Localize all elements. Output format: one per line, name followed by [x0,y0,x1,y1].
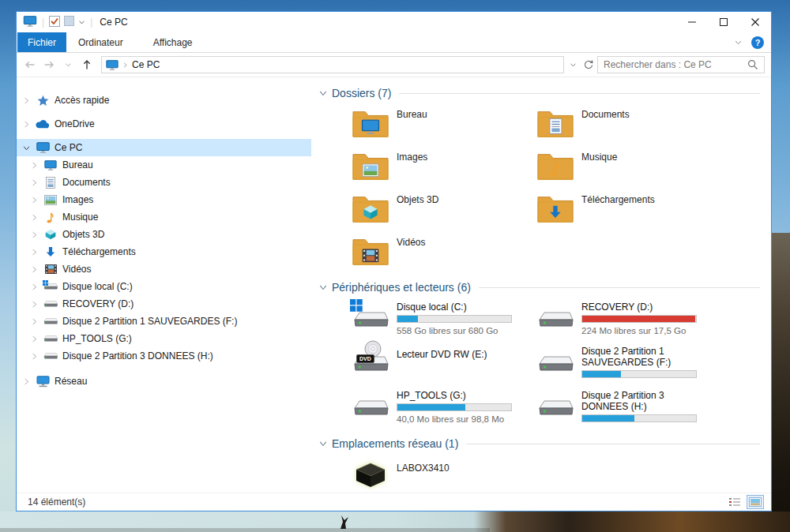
sidebar-item-3d-objects[interactable]: Objets 3D [17,226,311,243]
expand-ribbon-button[interactable] [734,39,743,46]
sidebar-item-label: Ce PC [55,142,82,153]
sidebar-item-drive-g[interactable]: HP_TOOLS (G:) [17,330,311,347]
address-bar[interactable]: Ce PC [101,56,564,73]
folder-tile-documents[interactable]: Documents [537,107,722,150]
hard-drive-icon [537,346,575,390]
folder-tile-images[interactable]: Images [352,150,537,193]
hard-drive-windows-icon [352,302,390,346]
chevron-right-icon[interactable] [31,352,42,361]
refresh-button[interactable] [581,56,596,73]
folder-videos-icon [352,235,389,267]
sidebar-item-label: Bureau [62,159,93,170]
folder-tile-telechargements[interactable]: Téléchargements [537,193,722,235]
sidebar-item-quick-access[interactable]: Accès rapide [17,92,311,109]
chevron-right-icon[interactable] [23,120,34,129]
sidebar-item-drive-f[interactable]: Disque 2 Partition 1 SAUVEGARDES (F:) [17,313,311,330]
sidebar-item-music[interactable]: Musique [17,208,311,226]
chevron-down-icon[interactable] [318,283,328,291]
window-title: Ce PC [100,17,127,28]
details-view-button[interactable] [727,496,743,508]
drive-tile-dvd[interactable]: DVD Lecteur DVD RW (E:) [352,346,537,390]
tab-computer[interactable]: Ordinateur [68,32,134,52]
maximize-button[interactable] [708,12,739,32]
chevron-right-icon[interactable] [23,377,34,386]
sidebar-item-videos[interactable]: Vidéos [17,260,311,278]
up-button[interactable] [78,56,96,73]
section-header-network[interactable]: Emplacements réseau (1) [318,436,763,451]
folder-tile-objets-3d[interactable]: Objets 3D [352,193,537,235]
sidebar-item-drive-h[interactable]: Disque 2 Partition 3 DONNEES (H:) [17,347,311,365]
drive-tile-g[interactable]: HP_TOOLS (G:) 40,0 Mo libres sur 98,8 Mo [352,390,537,434]
capacity-bar [397,315,512,323]
network-location-tile[interactable]: LABOX3410 [352,458,537,493]
sidebar-item-desktop[interactable]: Bureau [17,156,311,174]
drive-tile-f[interactable]: Disque 2 Partition 1 SAUVEGARDES (F:) [537,346,722,390]
sidebar-item-label: Réseau [55,376,87,387]
chevron-down-icon[interactable] [23,144,34,152]
search-box[interactable]: Rechercher dans : Ce PC [597,56,765,73]
folder-tile-bureau[interactable]: Bureau [352,107,537,150]
sidebar-item-this-pc[interactable]: Ce PC [17,139,311,156]
chevron-right-icon[interactable] [31,248,42,257]
chevron-right-icon[interactable] [31,213,42,222]
chevron-right-icon[interactable] [31,335,42,343]
free-space-text: 558 Go libres sur 680 Go [397,326,520,335]
document-icon [42,177,59,189]
capacity-bar [581,315,697,323]
new-folder-button[interactable] [64,16,74,28]
section-title: Dossiers (7) [332,87,391,99]
sidebar-item-documents[interactable]: Documents [17,174,311,191]
chevron-down-icon[interactable] [318,89,328,97]
chevron-right-icon[interactable] [31,161,42,170]
help-button[interactable]: ? [751,36,764,49]
sidebar-item-pictures[interactable]: Images [17,191,311,208]
folder-pictures-icon [352,150,389,182]
chevron-right-icon[interactable] [31,283,42,291]
folder-music-icon [537,150,574,182]
drive-tile-d[interactable]: RECOVERY (D:) 224 Mo libres sur 17,5 Go [537,302,722,346]
section-header-folders[interactable]: Dossiers (7) [318,85,763,101]
folder-3d-objects-icon [352,193,389,224]
properties-button[interactable] [49,16,60,29]
close-button[interactable] [739,12,771,32]
cloud-icon [34,120,51,129]
chevron-right-icon[interactable] [31,178,42,187]
chevron-right-icon[interactable] [31,265,42,274]
large-icons-view-button[interactable] [747,496,763,508]
chevron-right-icon[interactable] [31,300,42,309]
recent-locations-button[interactable] [59,56,77,73]
tab-view[interactable]: Affichage [143,32,203,52]
breadcrumb-item-ce-pc[interactable]: Ce PC [132,59,160,70]
chevron-down-icon[interactable] [318,440,328,448]
folder-tile-videos[interactable]: Vidéos [352,235,537,278]
section-header-drives[interactable]: Périphériques et lecteurs (6) [318,279,763,295]
hard-drive-windows-icon [42,282,59,291]
forward-button[interactable] [40,56,58,73]
back-button[interactable] [21,56,39,73]
dvd-badge: DVD [356,354,374,363]
tab-file[interactable]: Fichier [17,32,66,52]
minimize-button[interactable] [676,12,708,32]
wallpaper-bird [338,514,351,530]
chevron-right-icon[interactable] [31,230,42,239]
sidebar-item-label: Documents [62,177,111,188]
sidebar-item-drive-d[interactable]: RECOVERY (D:) [17,295,311,313]
this-pc-icon [23,16,37,29]
music-note-icon [42,212,59,223]
drive-tile-h[interactable]: Disque 2 Partition 3 DONNEES (H:) [537,390,722,434]
section-divider [466,444,760,444]
chevron-right-icon[interactable] [31,196,42,204]
sidebar-item-onedrive[interactable]: OneDrive [17,115,311,133]
customize-toolbar-button[interactable] [78,19,85,25]
sidebar-item-drive-c[interactable]: Disque local (C:) [17,278,311,295]
chevron-right-icon[interactable] [23,96,34,105]
sidebar-item-downloads[interactable]: Téléchargements [17,243,311,260]
folder-tile-musique[interactable]: Musique [537,150,722,193]
address-dropdown-button[interactable] [566,56,580,73]
sidebar-item-network[interactable]: Réseau [17,373,311,390]
drive-tile-c[interactable]: Disque local (C:) 558 Go libres sur 680 … [352,302,537,346]
search-icon[interactable] [747,59,758,70]
chevron-right-icon[interactable] [31,317,42,326]
sidebar-item-label: Disque 2 Partition 3 DONNEES (H:) [62,350,213,362]
cube-icon [42,229,59,240]
